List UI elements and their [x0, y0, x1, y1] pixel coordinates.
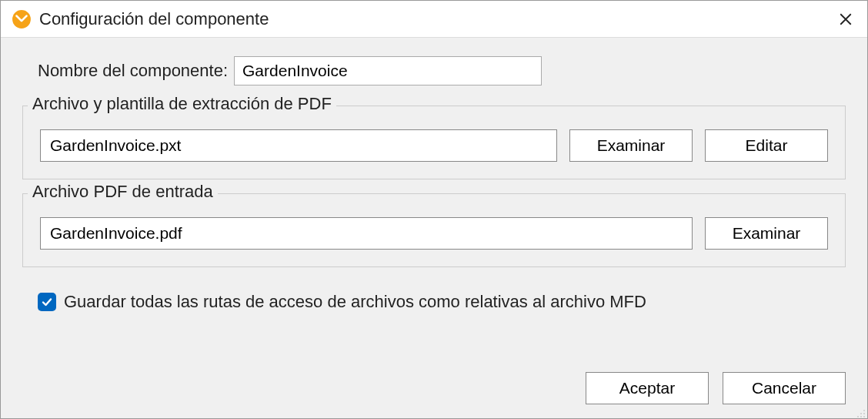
component-name-label: Nombre del componente:: [38, 61, 228, 81]
component-name-row: Nombre del componente:: [1, 38, 867, 92]
template-browse-button[interactable]: Examinar: [569, 129, 693, 162]
component-name-input[interactable]: [234, 56, 542, 85]
relative-paths-label[interactable]: Guardar todas las rutas de acceso de arc…: [64, 292, 646, 312]
pdf-file-input[interactable]: [40, 217, 693, 250]
close-button[interactable]: [824, 1, 867, 38]
titlebar: Configuración del componente: [1, 1, 867, 38]
ok-button[interactable]: Aceptar: [586, 372, 709, 404]
pdf-browse-button[interactable]: Examinar: [705, 217, 828, 250]
template-edit-button[interactable]: Editar: [705, 129, 828, 162]
pdf-section: Archivo PDF de entrada Examinar: [22, 193, 846, 267]
template-file-input[interactable]: [40, 129, 557, 162]
svg-point-4: [857, 416, 859, 417]
relative-paths-row: Guardar todas las rutas de acceso de arc…: [1, 267, 867, 312]
window-title: Configuración del componente: [39, 9, 269, 29]
cancel-button[interactable]: Cancelar: [723, 372, 846, 404]
resize-grip[interactable]: [853, 404, 866, 417]
close-icon: [839, 12, 853, 26]
relative-paths-checkbox[interactable]: [38, 293, 56, 311]
template-section: Archivo y plantilla de extracción de PDF…: [22, 106, 846, 179]
svg-point-1: [863, 410, 865, 411]
dialog-footer: Aceptar Cancelar: [586, 372, 846, 404]
svg-point-6: [863, 416, 865, 417]
svg-point-3: [863, 413, 865, 414]
svg-point-0: [12, 10, 31, 28]
pdf-section-legend: Archivo PDF de entrada: [28, 182, 218, 202]
app-icon: [12, 9, 32, 29]
svg-point-2: [860, 413, 862, 414]
template-file-row: Examinar Editar: [40, 129, 828, 162]
checkmark-icon: [41, 296, 53, 308]
dialog-body: Nombre del componente: Archivo y plantil…: [1, 38, 867, 418]
template-section-legend: Archivo y plantilla de extracción de PDF: [28, 94, 336, 114]
dialog-window: Configuración del componente Nombre del …: [0, 0, 868, 419]
pdf-file-row: Examinar: [40, 217, 828, 250]
svg-point-5: [860, 416, 862, 417]
